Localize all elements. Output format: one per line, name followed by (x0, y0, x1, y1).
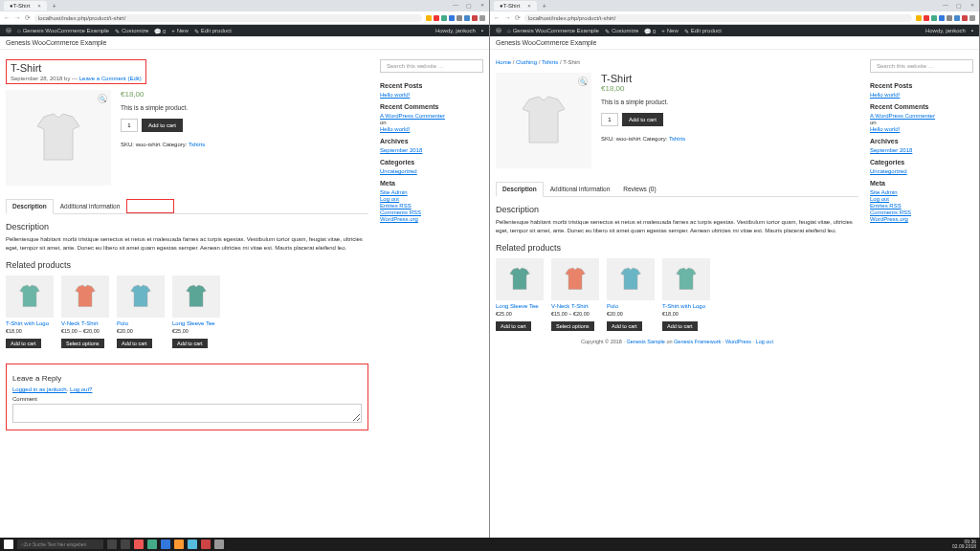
related-product-title[interactable]: V-Neck T-Shirt (551, 303, 599, 309)
related-product-image[interactable] (551, 258, 599, 300)
tab-description[interactable]: Description (6, 199, 54, 214)
tab-description[interactable]: Description (496, 182, 544, 197)
taskbar-app[interactable] (134, 540, 144, 549)
related-product[interactable]: Polo€20,00Add to cart (117, 276, 165, 348)
nav-forward-icon[interactable]: → (14, 14, 21, 22)
nav-back-icon[interactable]: ← (4, 14, 11, 22)
minimize-icon[interactable]: — (449, 0, 462, 10)
related-product[interactable]: T-Shirt with Logo€18,00Add to cart (662, 258, 710, 331)
quantity-input[interactable] (601, 113, 618, 126)
related-add-button[interactable]: Select options (551, 321, 594, 331)
footer-framework-link[interactable]: Genesis Framework (674, 339, 721, 344)
browser-tab[interactable]: ● T-Shirt × (494, 1, 537, 11)
taskbar-app[interactable] (161, 540, 170, 549)
related-product[interactable]: Polo€20,00Add to cart (607, 258, 655, 331)
tab-empty[interactable] (126, 199, 174, 213)
url-input[interactable]: localhost/index.php/product/t-shirt/ (524, 14, 912, 22)
recent-post-link[interactable]: Hello world! (380, 92, 483, 98)
admin-site-link[interactable]: ⌂ Genesis WooCommerce Example (17, 28, 109, 33)
footer-theme-link[interactable]: Genesis Sample (627, 339, 665, 344)
commenter-link[interactable]: A WordPress Commenter (380, 113, 483, 119)
recent-post-link[interactable]: Hello world! (870, 92, 973, 98)
related-product-image[interactable] (61, 276, 109, 318)
related-product-title[interactable]: Long Sleeve Tee (496, 303, 544, 309)
meta-logout[interactable]: Log out (870, 196, 973, 202)
meta-comments-rss[interactable]: Comments RSS (870, 209, 973, 215)
related-product-image[interactable] (117, 276, 165, 318)
windows-taskbar[interactable]: ○ Zur Suche Text hier eingeben 09:3602.0… (0, 538, 980, 551)
maximize-icon[interactable]: ▢ (952, 0, 966, 10)
category-link[interactable]: Uncategorized (870, 168, 973, 174)
admin-edit-link[interactable]: ✎ Edit product (194, 28, 232, 34)
related-product-image[interactable] (662, 258, 710, 300)
wp-logo-icon[interactable]: Ⓦ (6, 27, 11, 35)
zoom-icon[interactable]: 🔍 (98, 94, 107, 103)
admin-new-link[interactable]: + New (661, 28, 679, 33)
edit-link[interactable]: (Edit) (127, 76, 141, 81)
related-product[interactable]: Long Sleeve Tee€25,00Add to cart (496, 258, 544, 331)
nav-back-icon[interactable]: ← (494, 14, 501, 22)
maximize-icon[interactable]: ▢ (462, 0, 476, 10)
url-input[interactable]: localhost/index.php/product/t-shirt/ (34, 14, 422, 22)
meta-site-admin[interactable]: Site Admin (870, 189, 973, 195)
related-product-title[interactable]: T-Shirt with Logo (6, 320, 54, 326)
related-product-image[interactable] (496, 258, 544, 300)
admin-edit-link[interactable]: ✎ Edit product (684, 28, 722, 34)
meta-wporg[interactable]: WordPress.org (380, 216, 483, 222)
admin-new-link[interactable]: + New (171, 28, 189, 33)
related-product[interactable]: V-Neck T-Shirt€15,00 – €20,00Select opti… (61, 276, 109, 348)
commenter-link[interactable]: A WordPress Commenter (870, 113, 973, 119)
footer-wp-link[interactable]: WordPress (725, 339, 751, 344)
related-product-image[interactable] (172, 276, 220, 318)
extension-icons[interactable] (426, 15, 485, 21)
related-product-image[interactable] (607, 258, 655, 300)
logged-in-link[interactable]: Logged in as jankoch (12, 386, 67, 392)
related-product[interactable]: V-Neck T-Shirt€15,00 – €20,00Select opti… (551, 258, 599, 331)
close-icon[interactable]: × (476, 0, 489, 10)
comment-post-link[interactable]: Hello world! (380, 126, 483, 132)
logout-link[interactable]: Log out? (70, 386, 92, 392)
wp-logo-icon[interactable]: Ⓦ (496, 27, 501, 35)
breadcrumb-tshirts[interactable]: Tshirts (542, 59, 558, 65)
admin-avatar-icon[interactable]: ▪ (971, 28, 973, 33)
site-title[interactable]: Genesis WooCommerce Example (490, 36, 979, 50)
footer-logout-link[interactable]: Log out (756, 339, 773, 344)
taskbar-app[interactable] (188, 540, 197, 549)
admin-customize-link[interactable]: ✎ Customize (605, 28, 638, 34)
admin-howdy[interactable]: Howdy, jankoch (435, 28, 476, 33)
related-add-button[interactable]: Add to cart (496, 321, 531, 331)
related-product[interactable]: T-Shirt with Logo€18,00Add to cart (6, 276, 54, 348)
related-product-title[interactable]: Polo (117, 320, 165, 326)
zoom-icon[interactable]: 🔍 (578, 77, 588, 86)
tab-additional-info[interactable]: Additional information (544, 182, 617, 196)
start-button[interactable] (4, 540, 13, 549)
category-link[interactable]: Uncategorized (380, 168, 483, 174)
task-view-icon[interactable] (121, 540, 130, 549)
category-link[interactable]: Tshirts (669, 136, 685, 142)
browser-tab[interactable]: ● T-Shirt × (4, 1, 47, 11)
related-add-button[interactable]: Add to cart (662, 321, 698, 331)
search-input[interactable]: Search this website … (380, 59, 483, 73)
product-image[interactable]: 🔍 (496, 73, 591, 168)
meta-wporg[interactable]: WordPress.org (870, 216, 973, 222)
taskbar-search[interactable]: ○ Zur Suche Text hier eingeben (17, 540, 103, 549)
admin-customize-link[interactable]: ✎ Customize (115, 28, 148, 34)
related-add-button[interactable]: Add to cart (172, 339, 208, 348)
related-product-image[interactable] (6, 276, 54, 318)
add-to-cart-button[interactable]: Add to cart (622, 113, 663, 126)
taskbar-app[interactable] (214, 540, 224, 549)
related-add-button[interactable]: Select options (61, 339, 104, 348)
related-add-button[interactable]: Add to cart (6, 339, 41, 348)
product-image[interactable]: 🔍 (6, 90, 111, 186)
breadcrumb-home[interactable]: Home (496, 59, 511, 65)
tab-reviews[interactable]: Reviews (0) (616, 182, 662, 196)
tab-close-icon[interactable]: × (527, 3, 531, 9)
comment-textarea[interactable] (12, 404, 362, 423)
admin-comments-link[interactable]: 💬 0 (154, 28, 166, 34)
new-tab-button[interactable]: + (49, 3, 60, 10)
quantity-input[interactable] (121, 119, 138, 132)
nav-reload-icon[interactable]: ⟳ (515, 14, 521, 22)
admin-comments-link[interactable]: 💬 0 (644, 28, 656, 34)
nav-reload-icon[interactable]: ⟳ (25, 14, 31, 22)
taskbar-clock[interactable]: 09:3602.09.2018 (952, 540, 976, 549)
